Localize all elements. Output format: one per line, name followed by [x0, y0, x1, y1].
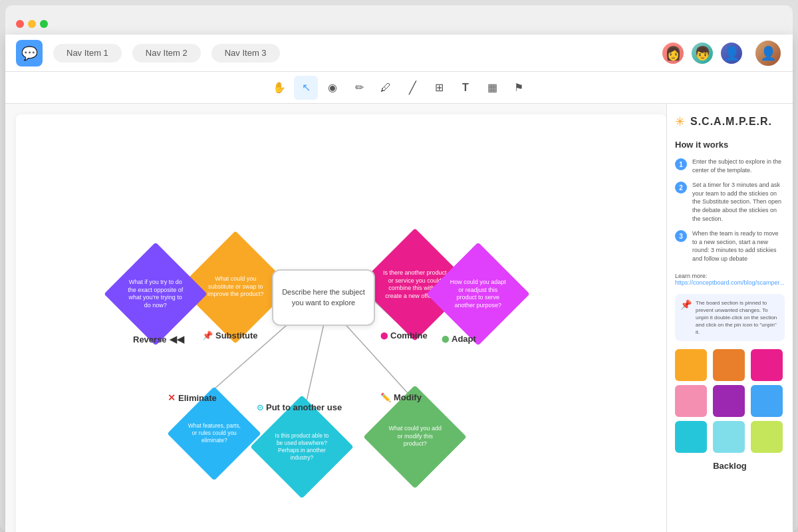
hand-tool[interactable]: ✋: [267, 76, 291, 100]
header-right: 👩 👦 👤 👤: [661, 39, 782, 67]
pinned-text: The board section is pinned to prevent u…: [696, 299, 779, 336]
backlog-title: Backlog: [675, 461, 785, 471]
traffic-lights: [16, 20, 48, 28]
swatch-6[interactable]: [751, 385, 783, 417]
pinned-note: 📌 The board section is pinned to prevent…: [675, 294, 785, 342]
nav-item-2[interactable]: Nav Item 2: [132, 44, 201, 63]
substitute-emoji: 📌: [202, 331, 213, 340]
learn-more-link[interactable]: https://conceptboard.com/blog/scamper...: [675, 279, 785, 286]
browser-chrome: [5, 5, 793, 35]
scamper-logo-icon: ✳: [675, 114, 685, 129]
step-2-num: 2: [675, 182, 687, 194]
swatches-grid: [675, 349, 785, 453]
swatch-2[interactable]: [713, 349, 745, 381]
avatar-4: 👤: [754, 39, 782, 67]
svg-line-5: [305, 324, 324, 407]
avatar-3: 👤: [720, 41, 743, 65]
avatar-2: 👦: [690, 41, 714, 65]
step-3-text: When the team is ready to move to a new …: [692, 229, 785, 263]
select-tool[interactable]: ↖: [294, 76, 318, 100]
swatch-8[interactable]: [713, 421, 745, 453]
eliminate-diamond[interactable]: What features, parts, or rules could you…: [181, 400, 247, 467]
substitute-label: 📌 Substitute: [202, 331, 258, 340]
step-2: 2 Set a timer for 3 minutes and ask your…: [675, 181, 785, 223]
maximize-button[interactable]: [40, 20, 48, 28]
pin-icon: 📌: [680, 299, 692, 310]
right-panel: ✳ S.C.A.M.P.E.R. How it works 1 Enter th…: [666, 104, 793, 532]
text-tool[interactable]: T: [454, 76, 477, 100]
app-header: 💬 Nav Item 1 Nav Item 2 Nav Item 3 👩 👦 👤…: [5, 35, 793, 72]
nav-item-1[interactable]: Nav Item 1: [53, 44, 122, 63]
center-node[interactable]: Describe here the subject you want to ex…: [272, 269, 375, 326]
learn-more: Learn more: https://conceptboard.com/blo…: [675, 273, 785, 286]
step-1-num: 1: [675, 158, 687, 170]
adapt-label: ⬤ Adapt: [442, 334, 476, 344]
panel-header: ✳ S.C.A.M.P.E.R.: [675, 114, 785, 129]
eliminate-label: ✕ Eliminate: [168, 392, 217, 403]
adapt-diamond[interactable]: How could you adapt or readjust this pro…: [442, 257, 515, 331]
swatch-3[interactable]: [751, 349, 783, 381]
modify-diamond[interactable]: What could you add or modify this produc…: [378, 400, 452, 473]
swatch-7[interactable]: [675, 421, 707, 453]
main-area: Describe here the subject you want to ex…: [5, 104, 793, 532]
minimize-button[interactable]: [28, 20, 36, 28]
app-logo: 💬: [16, 40, 43, 66]
line-tool[interactable]: ╱: [400, 76, 424, 100]
marker-tool[interactable]: 🖊: [374, 76, 398, 100]
step-1: 1 Enter the subject to explore in the ce…: [675, 158, 785, 174]
how-it-works-title: How it works: [675, 140, 785, 150]
center-node-text: Describe here the subject you want to ex…: [279, 287, 368, 308]
toolbar: ✋ ↖ ◉ ✏ 🖊 ╱ ⊞ T ▦ ⚑: [5, 72, 793, 104]
step-2-text: Set a timer for 3 minutes and ask your t…: [692, 181, 785, 223]
modify-label: ✏️ Modify: [380, 392, 422, 402]
swatch-4[interactable]: [675, 385, 707, 417]
canvas[interactable]: Describe here the subject you want to ex…: [5, 104, 666, 532]
flag-tool[interactable]: ⚑: [507, 76, 531, 100]
step-3: 3 When the team is ready to move to a ne…: [675, 229, 785, 263]
close-button[interactable]: [16, 20, 24, 28]
sticky-tool[interactable]: ▦: [480, 76, 504, 100]
step-3-num: 3: [675, 230, 687, 242]
combine-label: ⬤ Combine: [380, 331, 428, 340]
substitute-diamond[interactable]: What could you substitute or swap to imp…: [196, 247, 275, 327]
connect-tool[interactable]: ⊞: [427, 76, 451, 100]
reverse-label: Reverse ◀◀: [133, 334, 184, 344]
swatch-1[interactable]: [675, 349, 707, 381]
shape-tool[interactable]: ◉: [321, 76, 344, 100]
pen-tool[interactable]: ✏: [347, 76, 371, 100]
step-1-text: Enter the subject to explore in the cent…: [692, 158, 785, 174]
put-to-use-label: ⊙ Put to another use: [257, 402, 342, 412]
reverse-diamond[interactable]: What if you try to do the exact opposite…: [119, 257, 192, 331]
nav-item-3[interactable]: Nav Item 3: [211, 44, 280, 63]
avatar-1: 👩: [661, 41, 685, 65]
panel-title: S.C.A.M.P.E.R.: [690, 116, 772, 128]
swatch-5[interactable]: [713, 385, 745, 417]
put-to-use-diamond[interactable]: Is this product able to be used elsewher…: [265, 410, 338, 483]
swatch-9[interactable]: [751, 421, 783, 453]
